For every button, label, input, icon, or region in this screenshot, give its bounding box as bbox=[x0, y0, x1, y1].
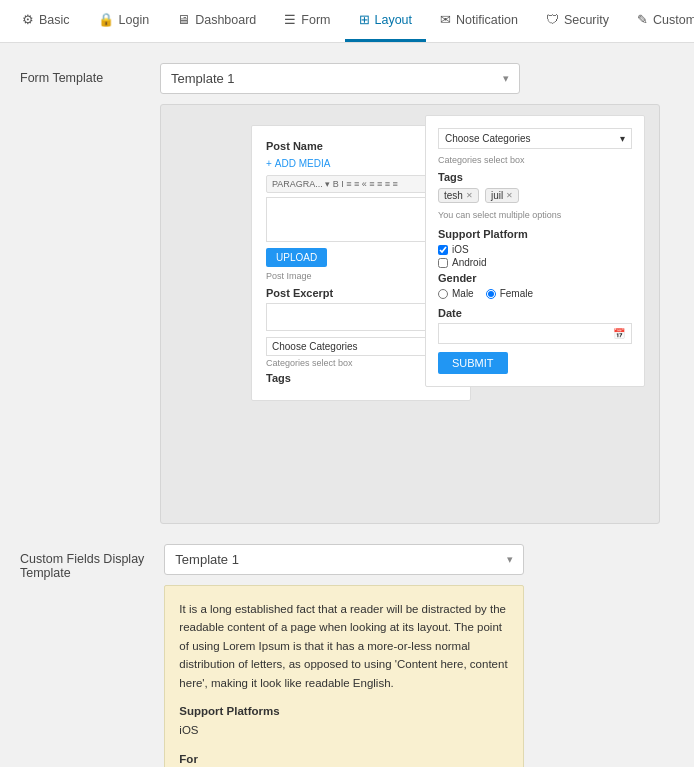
tab-layout-label: Layout bbox=[375, 13, 413, 27]
custom-fields-value: Template 1 bbox=[175, 552, 239, 567]
custom-fields-arrow-icon: ▾ bbox=[507, 553, 513, 566]
lorem-preview: It is a long established fact that a rea… bbox=[164, 585, 524, 767]
basic-icon: ⚙ bbox=[22, 12, 34, 27]
customize-icon: ✎ bbox=[637, 12, 648, 27]
dashboard-icon: 🖥 bbox=[177, 12, 190, 27]
for-field-name: For bbox=[179, 750, 509, 767]
support-platforms-section: Support Platforms iOS bbox=[179, 702, 509, 740]
support-platforms-field-name: Support Platforms bbox=[179, 702, 509, 720]
tab-login-label: Login bbox=[119, 13, 150, 27]
rp-gender-label: Gender bbox=[438, 272, 632, 284]
tab-form-label: Form bbox=[301, 13, 330, 27]
tab-customize-label: Customize bbox=[653, 13, 694, 27]
male-radio[interactable] bbox=[438, 289, 448, 299]
tab-basic-label: Basic bbox=[39, 13, 70, 27]
android-checkbox[interactable] bbox=[438, 258, 448, 268]
rp-gender-row: Male Female bbox=[438, 288, 632, 301]
lorem-body-text: It is a long established fact that a rea… bbox=[179, 600, 509, 692]
form-template-content: Template 1 ▾ Post Name + ADD MEDIA PARAG… bbox=[160, 63, 674, 524]
tab-dashboard[interactable]: 🖥 Dashboard bbox=[163, 0, 270, 42]
for-section: For Male bbox=[179, 750, 509, 767]
male-label: Male bbox=[452, 288, 474, 299]
tab-dashboard-label: Dashboard bbox=[195, 13, 256, 27]
tab-basic[interactable]: ⚙ Basic bbox=[8, 0, 84, 42]
form-template-section: Form Template Template 1 ▾ Post Name + A… bbox=[20, 63, 674, 524]
add-media-icon: + bbox=[266, 158, 272, 169]
custom-fields-dropdown[interactable]: Template 1 ▾ bbox=[164, 544, 524, 575]
notification-icon: ✉ bbox=[440, 12, 451, 27]
rp-male-row: Male bbox=[438, 288, 474, 299]
female-label: Female bbox=[500, 288, 533, 299]
tag-juil-remove[interactable]: ✕ bbox=[506, 191, 513, 200]
rp-tags-label: Tags bbox=[438, 171, 632, 183]
upload-button[interactable]: UPLOAD bbox=[266, 248, 327, 267]
custom-fields-label: Custom Fields Display Template bbox=[20, 544, 144, 580]
android-label: Android bbox=[452, 257, 486, 268]
top-navigation: ⚙ Basic 🔒 Login 🖥 Dashboard ☰ Form ⊞ Lay… bbox=[0, 0, 694, 43]
rp-categories-select[interactable]: Choose Categories ▾ bbox=[438, 128, 632, 149]
tab-layout[interactable]: ⊞ Layout bbox=[345, 0, 427, 42]
rp-submit-button[interactable]: SUBMIT bbox=[438, 352, 508, 374]
rp-android-row: Android bbox=[438, 257, 632, 268]
rp-date-field[interactable]: 📅 bbox=[438, 323, 632, 344]
support-platforms-field-value: iOS bbox=[179, 721, 509, 739]
tab-notification-label: Notification bbox=[456, 13, 518, 27]
ios-label: iOS bbox=[452, 244, 469, 255]
form-template-value: Template 1 bbox=[171, 71, 235, 86]
rp-multi-hint: You can select multiple options bbox=[438, 210, 632, 220]
security-icon: 🛡 bbox=[546, 12, 559, 27]
tab-security[interactable]: 🛡 Security bbox=[532, 0, 623, 42]
main-content: Form Template Template 1 ▾ Post Name + A… bbox=[0, 43, 694, 767]
layout-icon: ⊞ bbox=[359, 12, 370, 27]
custom-fields-section: Custom Fields Display Template Template … bbox=[20, 544, 674, 767]
female-radio[interactable] bbox=[486, 289, 496, 299]
tab-login[interactable]: 🔒 Login bbox=[84, 0, 164, 42]
ios-checkbox[interactable] bbox=[438, 245, 448, 255]
rp-support-label: Support Platform bbox=[438, 228, 632, 240]
rp-ios-row: iOS bbox=[438, 244, 632, 255]
custom-fields-content: Template 1 ▾ It is a long established fa… bbox=[164, 544, 524, 767]
form-icon: ☰ bbox=[284, 12, 296, 27]
rp-categories-hint: Categories select box bbox=[438, 155, 632, 165]
tab-customize[interactable]: ✎ Customize bbox=[623, 0, 694, 42]
tab-form[interactable]: ☰ Form bbox=[270, 0, 344, 42]
form-template-dropdown[interactable]: Template 1 ▾ bbox=[160, 63, 520, 94]
form-preview-area: Post Name + ADD MEDIA PARAGRA... ▾ B I ≡… bbox=[160, 104, 660, 524]
tag-tesh-remove[interactable]: ✕ bbox=[466, 191, 473, 200]
form-template-label: Form Template bbox=[20, 63, 140, 85]
lock-icon: 🔒 bbox=[98, 12, 114, 27]
calendar-icon: 📅 bbox=[613, 328, 625, 339]
tag-tesh: tesh ✕ bbox=[438, 188, 479, 203]
form-right-panel: Choose Categories ▾ Categories select bo… bbox=[425, 115, 645, 387]
tag-juil: juil ✕ bbox=[485, 188, 519, 203]
dropdown-arrow-icon: ▾ bbox=[503, 72, 509, 85]
rp-tags-row: tesh ✕ juil ✕ bbox=[438, 188, 632, 206]
rp-female-row: Female bbox=[486, 288, 533, 299]
rp-date-label: Date bbox=[438, 307, 632, 319]
tab-security-label: Security bbox=[564, 13, 609, 27]
tab-notification[interactable]: ✉ Notification bbox=[426, 0, 532, 42]
